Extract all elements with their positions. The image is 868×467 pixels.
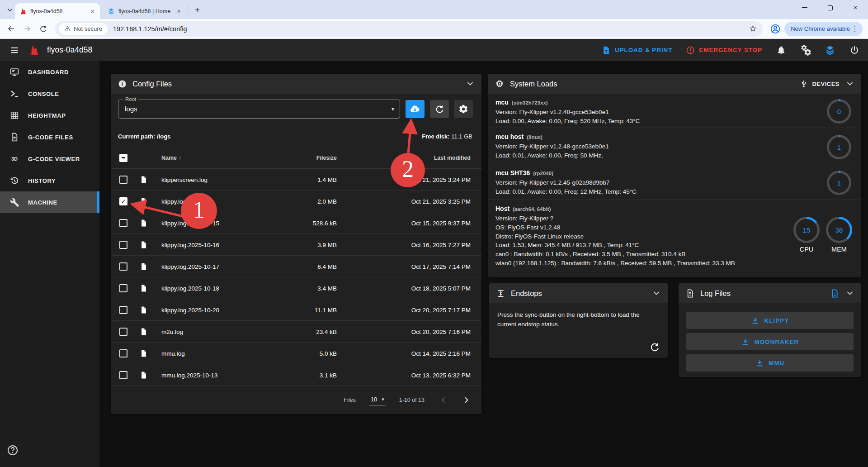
- security-chip[interactable]: Not secure: [59, 23, 108, 35]
- browser-toolbar: Not secure 192.168.1.125/m/#/config New …: [0, 19, 868, 39]
- column-last-modified[interactable]: Last modified: [346, 155, 471, 161]
- column-name[interactable]: Name↑: [161, 155, 181, 161]
- row-checkbox[interactable]: [119, 371, 127, 379]
- per-page-select[interactable]: 10 ▾: [369, 395, 386, 405]
- log-files-header[interactable]: Log Files: [679, 283, 861, 303]
- sidebar-item-gcode-files[interactable]: G-CODE FILES: [0, 126, 99, 148]
- emergency-stop-button[interactable]: EMERGENCY STOP: [686, 46, 762, 55]
- download-moonraker-log-button[interactable]: MOONRAKER: [686, 333, 854, 350]
- row-checkbox[interactable]: [119, 284, 127, 292]
- file-name[interactable]: mmu.log.2025-10-13: [161, 372, 218, 378]
- row-checkbox[interactable]: [119, 197, 127, 205]
- file-sync-icon[interactable]: [830, 288, 840, 298]
- table-row[interactable]: klipperscreen.log 1.4 MB Oct 21, 2025 3:…: [111, 169, 481, 191]
- tab-search-icon[interactable]: [5, 5, 15, 15]
- panel-title: System Loads: [510, 80, 557, 88]
- collapse-chevron-icon[interactable]: [651, 288, 661, 298]
- row-checkbox[interactable]: [119, 349, 127, 357]
- sidebar-item-console[interactable]: CONSOLE: [0, 83, 99, 105]
- row-checkbox[interactable]: [119, 328, 127, 336]
- browser-tab-active[interactable]: flyos-0a4d58 ×: [15, 3, 100, 19]
- row-checkbox[interactable]: [119, 219, 127, 227]
- url-text[interactable]: 192.168.1.125/m/#/config: [113, 25, 746, 33]
- endstops-header[interactable]: Endstops: [489, 283, 668, 303]
- reload-icon[interactable]: [36, 22, 51, 36]
- file-name[interactable]: klippy.log.2025-10-15: [161, 219, 219, 226]
- devices-button[interactable]: DEVICES: [800, 80, 840, 88]
- tab-close-icon[interactable]: ×: [89, 7, 96, 15]
- tab-close-icon[interactable]: ×: [175, 7, 183, 15]
- row-checkbox[interactable]: [119, 241, 127, 249]
- endstops-panel: Endstops Press the sync-button on the ri…: [489, 283, 668, 358]
- download-archive-button[interactable]: [406, 100, 425, 118]
- settings-cogs-icon[interactable]: [800, 45, 811, 56]
- free-disk-label: Free disk:: [422, 133, 449, 140]
- previous-page-icon[interactable]: [438, 395, 448, 405]
- window-close-button[interactable]: ×: [843, 0, 868, 15]
- sidebar-item-machine[interactable]: MACHINE: [0, 191, 99, 213]
- row-checkbox[interactable]: [119, 176, 127, 184]
- file-modified: Oct 15, 2025 9:37 PM: [346, 219, 471, 226]
- table-row[interactable]: m2u.log 23.4 kB Oct 20, 2025 7:16 PM: [111, 321, 481, 343]
- file-name[interactable]: m2u.log: [161, 328, 183, 335]
- table-row[interactable]: klippy.log.2025-10-18 3.4 MB Oct 18, 202…: [111, 277, 481, 299]
- file-modified: Oct 18, 2025 5:07 PM: [346, 285, 471, 291]
- config-files-header[interactable]: Config Files: [111, 74, 481, 94]
- settings-gear-button[interactable]: [454, 100, 473, 118]
- forward-icon[interactable]: [20, 22, 34, 36]
- table-row[interactable]: klippy.log.2025-10-15 528.6 kB Oct 15, 2…: [111, 212, 481, 234]
- collapse-chevron-icon[interactable]: [465, 79, 475, 89]
- dropdown-caret-icon: ▾: [392, 106, 394, 112]
- bookmark-star-icon[interactable]: [746, 23, 759, 35]
- collapse-chevron-icon[interactable]: [845, 79, 855, 89]
- file-name[interactable]: klippy.log.2025-10-17: [161, 263, 219, 270]
- notifications-bell-icon[interactable]: [776, 45, 787, 56]
- table-row[interactable]: klippy.log 2.0 MB Oct 21, 2025 3:25 PM: [111, 191, 481, 212]
- root-select[interactable]: Root logs ▾: [118, 100, 400, 119]
- profile-avatar-icon[interactable]: [768, 22, 783, 36]
- new-tab-button[interactable]: +: [192, 4, 203, 15]
- file-name[interactable]: klippy.log: [161, 198, 186, 205]
- help-icon[interactable]: [7, 444, 19, 456]
- menu-icon[interactable]: [8, 44, 21, 57]
- download-mmu-log-button[interactable]: MMU: [686, 354, 854, 372]
- chrome-update-button[interactable]: New Chrome available ⋮: [784, 22, 863, 36]
- back-icon[interactable]: [4, 22, 18, 36]
- table-row[interactable]: klippy.log.2025-10-20 11.1 MB Oct 20, 20…: [111, 299, 481, 321]
- sidebar-item-history[interactable]: HISTORY: [0, 170, 99, 191]
- file-name[interactable]: klippy.log.2025-10-20: [161, 306, 219, 313]
- table-row[interactable]: mmu.log 5.0 kB Oct 14, 2025 2:16 PM: [111, 343, 481, 364]
- column-filesize[interactable]: Filesize: [264, 155, 337, 161]
- select-all-checkbox[interactable]: [119, 154, 127, 162]
- table-row[interactable]: klippy.log.2025-10-16 3.9 MB Oct 16, 202…: [111, 234, 481, 256]
- sidebar-item-heightmap[interactable]: HEIGHTMAP: [0, 105, 99, 126]
- file-icon: [140, 284, 148, 293]
- fluidd-layers-icon[interactable]: [825, 45, 835, 56]
- system-loads-header[interactable]: System Loads DEVICES: [488, 74, 861, 94]
- download-klippy-log-button[interactable]: KLIPPY: [686, 312, 854, 329]
- table-row[interactable]: klippy.log.2025-10-17 6.4 MB Oct 17, 202…: [111, 256, 481, 277]
- window-maximize-button[interactable]: [817, 0, 843, 15]
- sidebar-item-gcode-viewer[interactable]: 3D G-CODE VIEWER: [0, 148, 99, 170]
- file-name[interactable]: mmu.log: [161, 350, 185, 357]
- row-checkbox[interactable]: [119, 306, 127, 314]
- next-page-icon[interactable]: [462, 395, 472, 405]
- browser-tab-inactive[interactable]: flyos-0a4d58 | Home ×: [103, 3, 186, 19]
- upload-print-button[interactable]: UPLOAD & PRINT: [602, 46, 672, 55]
- sync-icon[interactable]: [650, 342, 660, 353]
- file-name[interactable]: klippy.log.2025-10-18: [161, 285, 219, 291]
- browser-menu-icon[interactable]: ⋮: [850, 25, 860, 33]
- update-label: New Chrome available: [791, 25, 850, 32]
- file-name[interactable]: klippy.log.2025-10-16: [161, 241, 219, 248]
- power-icon[interactable]: [849, 45, 860, 56]
- address-bar[interactable]: Not secure 192.168.1.125/m/#/config: [55, 21, 763, 37]
- window-minimize-button[interactable]: [792, 0, 817, 15]
- file-name[interactable]: klipperscreen.log: [161, 176, 208, 183]
- row-checkbox[interactable]: [119, 262, 127, 271]
- table-row[interactable]: mmu.log.2025-10-13 3.1 kB Oct 13, 2025 6…: [111, 364, 481, 386]
- refresh-button[interactable]: [430, 100, 449, 118]
- file-icon: [140, 349, 148, 358]
- collapse-chevron-icon[interactable]: [845, 288, 855, 298]
- sidebar-item-dashboard[interactable]: DASHBOARD: [0, 61, 99, 83]
- root-select-label: Root: [123, 96, 138, 102]
